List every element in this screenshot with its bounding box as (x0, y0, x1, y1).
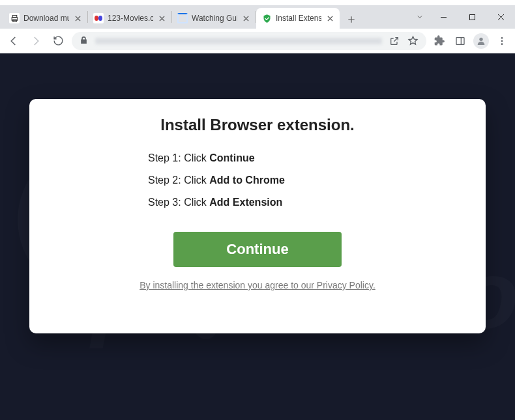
tab-watching[interactable]: Watching Guille (172, 8, 256, 29)
window-titlebar (0, 0, 515, 5)
address-bar[interactable] (72, 32, 426, 50)
tab-strip: Download music 123-Movies.com Watching G… (0, 5, 515, 29)
movies-icon (93, 13, 104, 23)
sidepanel-icon[interactable] (452, 33, 468, 49)
tab-title: Download music (23, 14, 69, 23)
new-tab-button[interactable] (342, 10, 360, 29)
close-icon[interactable] (157, 14, 166, 23)
page-title: Install Browser extension. (57, 116, 458, 134)
svg-rect-4 (456, 37, 464, 44)
svg-point-8 (501, 43, 503, 45)
menu-icon[interactable] (494, 33, 510, 49)
star-icon[interactable] (407, 33, 419, 49)
step-1: Step 1: Click Continue (148, 152, 458, 164)
svg-point-6 (501, 37, 503, 39)
chevron-down-icon[interactable] (411, 13, 429, 21)
extensions-icon[interactable] (432, 33, 447, 49)
close-icon[interactable] (325, 14, 334, 23)
url-obscured (95, 38, 382, 44)
continue-button[interactable]: Continue (173, 232, 342, 267)
minimize-button[interactable] (429, 7, 458, 27)
tab-download-music[interactable]: Download music (4, 8, 87, 29)
printer-icon (9, 13, 20, 23)
reload-button[interactable] (50, 33, 66, 49)
lock-icon (80, 35, 89, 47)
tab-install-extension[interactable]: Install Extension (256, 8, 340, 29)
shield-icon (261, 13, 272, 23)
step-3: Step 3: Click Add Extension (148, 197, 458, 208)
tab-title: 123-Movies.com (108, 14, 153, 23)
tab-title: Install Extension (276, 14, 321, 23)
forward-button[interactable] (27, 33, 44, 49)
svg-point-5 (479, 37, 482, 40)
share-icon[interactable] (389, 33, 400, 49)
legal-notice: By installing the extension you agree to… (57, 280, 458, 290)
window-controls (411, 5, 515, 29)
close-icon[interactable] (73, 14, 82, 23)
spinner-icon (177, 13, 188, 23)
page-viewport: pcrisk.com Install Browser extension. St… (0, 53, 515, 420)
maximize-button[interactable] (458, 7, 486, 27)
tab-123movies[interactable]: 123-Movies.com (88, 8, 171, 29)
step-2: Step 2: Click Add to Chrome (148, 175, 458, 186)
profile-avatar[interactable] (473, 33, 489, 49)
privacy-policy-link[interactable]: By installing the extension you agree to… (140, 280, 375, 290)
svg-rect-3 (469, 14, 475, 20)
svg-point-7 (501, 40, 503, 42)
close-window-button[interactable] (486, 7, 515, 27)
install-card: Install Browser extension. Step 1: Click… (29, 99, 486, 333)
tab-title: Watching Guille (192, 14, 237, 23)
steps-list: Step 1: Click Continue Step 2: Click Add… (148, 152, 458, 208)
browser-toolbar (0, 29, 515, 53)
back-button[interactable] (5, 33, 22, 49)
close-icon[interactable] (241, 14, 250, 23)
